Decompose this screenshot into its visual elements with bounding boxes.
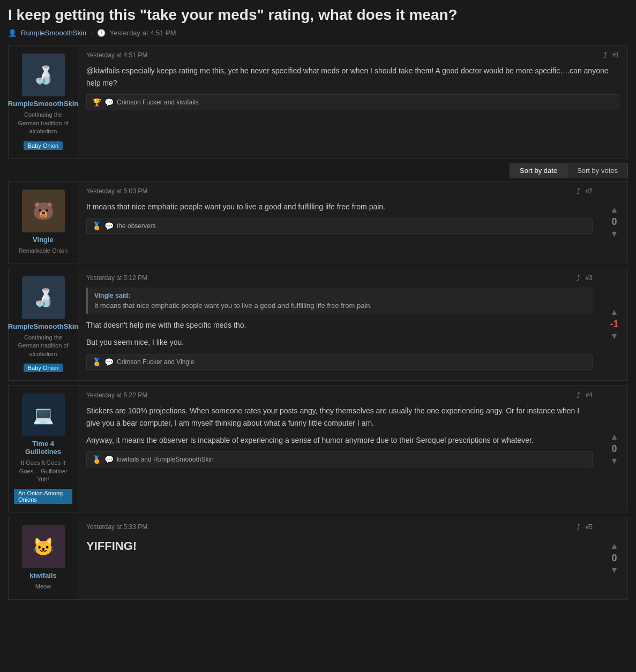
vote-count: 0	[611, 443, 617, 455]
post-1-badge: Baby Onion	[24, 141, 63, 150]
post-4-reaction-text: kiwifails and RumpleSmooothSkin	[117, 456, 214, 463]
reaction-chat-icon: 💬	[104, 222, 114, 230]
avatar: 🐻	[22, 190, 65, 232]
clock-icon: 🕐	[97, 29, 106, 37]
thread-author[interactable]: RumpleSmooothSkin	[21, 29, 86, 37]
post-1-main: Yesterday at 4:51 PM ⤴ #1 @kiwifails esp…	[78, 46, 627, 157]
vote-up-button[interactable]: ▲	[610, 308, 619, 316]
post-3-badge: Baby Onion	[24, 364, 63, 372]
vote-down-button[interactable]: ▼	[610, 566, 619, 575]
post-4-badge: An Onion Among Onions	[14, 489, 72, 504]
post-5-actions: ⤴ #5	[577, 523, 593, 531]
post-3-vote-column: ▲ -1 ▼	[601, 268, 627, 380]
post-4-main: Yesterday at 5:22 PM ⤴ #4 Stickers are 1…	[78, 386, 601, 512]
post-1-username[interactable]: RumpleSmooothSkin	[8, 100, 78, 108]
post-5-vote-column: ▲ 0 ▼	[601, 517, 627, 599]
post-5: 🐱 kiwifails Meow Yesterday at 5:33 PM ⤴ …	[8, 517, 628, 599]
reaction-medal-icon: 🏅	[92, 358, 101, 366]
post-4-username[interactable]: Time 4 Guillotines	[14, 440, 72, 456]
post-4-sidebar: 💻 Time 4 Guillotines It Goes It Goes It …	[9, 386, 78, 512]
post-5-num: #5	[586, 523, 593, 531]
post-5-header: Yesterday at 5:33 PM ⤴ #5	[86, 523, 593, 531]
vote-down-button[interactable]: ▼	[610, 457, 619, 465]
thread-title: I keep getting this "take your meds" rat…	[8, 5, 628, 25]
sort-bar: Sort by date Sort by votes	[8, 163, 628, 178]
post-3-reaction-text: Crimson Fucker and Vingle	[117, 358, 194, 366]
reaction-trophy-icon: 🏆	[92, 98, 101, 107]
post-1-reaction-text: Crimson Fucker and kiwifails	[117, 99, 199, 106]
post-4: 💻 Time 4 Guillotines It Goes It Goes It …	[8, 385, 628, 512]
post-5-username[interactable]: kiwifails	[29, 571, 57, 579]
vote-count: -1	[610, 319, 618, 330]
post-1-header: Yesterday at 4:51 PM ⤴ #1	[86, 51, 619, 59]
post-3: 🍶 RumpleSmooothSkin Continuing the Germa…	[8, 268, 628, 381]
post-5-time: Yesterday at 5:33 PM	[86, 523, 147, 531]
post-1-reactions: 🏆 💬 Crimson Fucker and kiwifails	[86, 94, 619, 110]
avatar: 🍶	[22, 54, 65, 96]
post-3-reactions: 🏅 💬 Crimson Fucker and Vingle	[86, 354, 593, 370]
vote-up-button[interactable]: ▲	[610, 542, 619, 550]
post-1-actions: ⤴ #1	[603, 51, 619, 59]
post-1-content: @kiwifails especially keeps rating me th…	[86, 65, 619, 89]
post-4-content-2: Anyway, it means the observer is incapab…	[86, 434, 593, 446]
post-3-main: Yesterday at 5:12 PM ⤴ #3 Vingle said: I…	[78, 268, 601, 380]
post-2-main: Yesterday at 5:03 PM ⤴ #2 It means that …	[78, 182, 601, 263]
post-2-num: #2	[586, 187, 593, 195]
reaction-chat-icon: 💬	[104, 98, 114, 107]
reaction-chat-icon: 💬	[104, 455, 114, 464]
post-1: 🍶 RumpleSmooothSkin Continuing the Germa…	[8, 45, 628, 158]
post-2-username[interactable]: Vingle	[33, 236, 54, 244]
post-1-user-title: Continuing the German tradition of alcoh…	[14, 111, 72, 135]
avatar: 🐱	[22, 525, 65, 568]
post-2-vote-column: ▲ 0 ▼	[601, 182, 627, 263]
post-3-header: Yesterday at 5:12 PM ⤴ #3	[86, 274, 593, 282]
sort-by-date-button[interactable]: Sort by date	[510, 163, 567, 178]
post-2-time: Yesterday at 5:03 PM	[86, 187, 147, 195]
post-4-num: #4	[586, 391, 593, 399]
post-2-actions: ⤴ #2	[577, 187, 593, 195]
post-4-user-title: It Goes It Goes It Goes… Guillotine! Yuh…	[14, 459, 72, 484]
vote-down-button[interactable]: ▼	[610, 332, 619, 341]
post-2: 🐻 Vingle Remarkable Onion Yesterday at 5…	[8, 181, 628, 263]
vote-up-button[interactable]: ▲	[610, 433, 619, 441]
post-5-sidebar: 🐱 kiwifails Meow	[9, 517, 78, 599]
post-3-user-title: Continuing the German tradition of alcoh…	[14, 334, 72, 358]
reaction-medal-icon: 🏅	[92, 222, 101, 230]
sort-by-votes-button[interactable]: Sort by votes	[567, 163, 628, 178]
share-icon[interactable]: ⤴	[577, 391, 580, 399]
post-5-user-title: Meow	[35, 583, 51, 591]
vote-down-button[interactable]: ▼	[610, 230, 619, 238]
post-4-header: Yesterday at 5:22 PM ⤴ #4	[86, 391, 593, 399]
post-4-content-1: Stickers are 100% projections. When some…	[86, 405, 593, 429]
post-5-content: YIFFING!	[86, 537, 593, 555]
share-icon[interactable]: ⤴	[577, 523, 580, 531]
post-3-time: Yesterday at 5:12 PM	[86, 274, 147, 282]
share-icon[interactable]: ⤴	[603, 51, 607, 59]
post-4-actions: ⤴ #4	[577, 391, 593, 399]
thread-time: Yesterday at 4:51 PM	[110, 29, 176, 37]
reaction-chat-icon: 💬	[104, 358, 114, 366]
post-3-username[interactable]: RumpleSmooothSkin	[8, 322, 78, 330]
thread-meta: 👤 RumpleSmooothSkin · 🕐 Yesterday at 4:5…	[8, 29, 628, 37]
post-5-main: Yesterday at 5:33 PM ⤴ #5 YIFFING!	[78, 517, 601, 599]
vote-count: 0	[611, 216, 617, 228]
share-icon[interactable]: ⤴	[577, 187, 580, 195]
share-icon[interactable]: ⤴	[577, 274, 580, 282]
post-3-actions: ⤴ #3	[577, 274, 593, 282]
post-3-num: #3	[586, 274, 593, 282]
post-1-sidebar: 🍶 RumpleSmooothSkin Continuing the Germa…	[9, 46, 78, 157]
post-1-time: Yesterday at 4:51 PM	[86, 51, 147, 59]
post-1-num: #1	[612, 51, 619, 59]
post-3-content-1: That doesn't help me with the specific m…	[86, 319, 593, 331]
vote-up-button[interactable]: ▲	[610, 206, 619, 214]
reaction-medal-icon: 🏅	[92, 455, 101, 464]
post-2-user-title: Remarkable Onion	[19, 247, 68, 255]
post-3-quote: Vingle said: It means that nice emphatic…	[86, 288, 593, 314]
post-2-sidebar: 🐻 Vingle Remarkable Onion	[9, 182, 78, 263]
post-2-header: Yesterday at 5:03 PM ⤴ #2	[86, 187, 593, 195]
post-4-vote-column: ▲ 0 ▼	[601, 386, 627, 512]
avatar: 💻	[22, 394, 65, 436]
avatar: 🍶	[22, 276, 65, 319]
post-2-reaction-text: the observers	[117, 222, 156, 230]
post-2-content: It means that nice emphatic people want …	[86, 201, 593, 213]
